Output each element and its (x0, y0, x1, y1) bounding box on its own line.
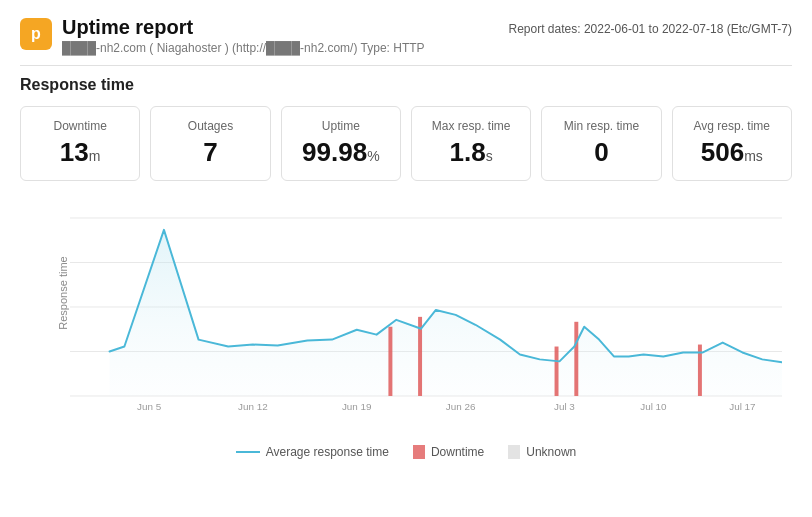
x-tick-jun5: Jun 5 (137, 401, 162, 412)
legend-red-bar (413, 445, 425, 459)
stat-uptime-value: 99.98% (298, 137, 384, 168)
stats-row: Downtime 13m Outages 7 Uptime 99.98% Max… (20, 106, 792, 181)
chart-legend: Average response time Downtime Unknown (20, 445, 792, 459)
stat-avg-resp-value: 506ms (689, 137, 775, 168)
stat-outages-value: 7 (167, 137, 253, 168)
x-tick-jun26: Jun 26 (446, 401, 476, 412)
legend-avg-response: Average response time (236, 445, 389, 459)
stat-avg-resp-label: Avg resp. time (689, 119, 775, 133)
stat-uptime-unit: % (367, 148, 379, 164)
x-tick-jul10: Jul 10 (640, 401, 667, 412)
legend-blue-line (236, 451, 260, 453)
legend-unknown-label: Unknown (526, 445, 576, 459)
page-title: Uptime report (62, 16, 425, 39)
x-tick-jul17: Jul 17 (729, 401, 755, 412)
header-subtitle: ████-nh2.com ( Niagahoster ) (http://███… (62, 41, 425, 55)
x-tick-jun12: Jun 12 (238, 401, 268, 412)
page-header: p Uptime report ████-nh2.com ( Niagahost… (20, 16, 792, 55)
header-title-group: Uptime report ████-nh2.com ( Niagahoster… (62, 16, 425, 55)
stat-avg-resp-unit: ms (744, 148, 763, 164)
stat-max-resp: Max resp. time 1.8s (411, 106, 531, 181)
downtime-bar-1 (388, 327, 392, 396)
stat-min-resp: Min resp. time 0 (541, 106, 661, 181)
stat-downtime: Downtime 13m (20, 106, 140, 181)
legend-downtime-label: Downtime (431, 445, 484, 459)
stat-outages: Outages 7 (150, 106, 270, 181)
stat-uptime-label: Uptime (298, 119, 384, 133)
stat-uptime: Uptime 99.98% (281, 106, 401, 181)
stat-max-resp-value: 1.8s (428, 137, 514, 168)
header-divider (20, 65, 792, 66)
chart-svg: 0 s 0.5 s 1 s 1.5 s 2 s Jun 5 Jun 12 Jun… (70, 197, 782, 412)
legend-gray-bar (508, 445, 520, 459)
legend-avg-label: Average response time (266, 445, 389, 459)
report-dates: Report dates: 2022-06-01 to 2022-07-18 (… (509, 22, 792, 36)
stat-downtime-unit: m (89, 148, 101, 164)
downtime-bar-4 (574, 322, 578, 396)
header-left: p Uptime report ████-nh2.com ( Niagahost… (20, 16, 425, 55)
x-tick-jul3: Jul 3 (554, 401, 575, 412)
x-tick-jun19: Jun 19 (342, 401, 372, 412)
downtime-bar-3 (555, 347, 559, 396)
logo-letter: p (31, 25, 41, 43)
stat-avg-resp: Avg resp. time 506ms (672, 106, 792, 181)
logo: p (20, 18, 52, 50)
stat-min-resp-value: 0 (558, 137, 644, 168)
stat-outages-label: Outages (167, 119, 253, 133)
section-title: Response time (20, 76, 792, 94)
stat-downtime-label: Downtime (37, 119, 123, 133)
stat-downtime-value: 13m (37, 137, 123, 168)
legend-unknown: Unknown (508, 445, 576, 459)
stat-max-resp-unit: s (486, 148, 493, 164)
chart-container: Response time 0 s 0.5 s 1 s 1.5 s 2 s Ju… (20, 197, 792, 437)
chart-y-label: Response time (57, 256, 69, 329)
stat-min-resp-label: Min resp. time (558, 119, 644, 133)
legend-downtime: Downtime (413, 445, 484, 459)
stat-max-resp-label: Max resp. time (428, 119, 514, 133)
